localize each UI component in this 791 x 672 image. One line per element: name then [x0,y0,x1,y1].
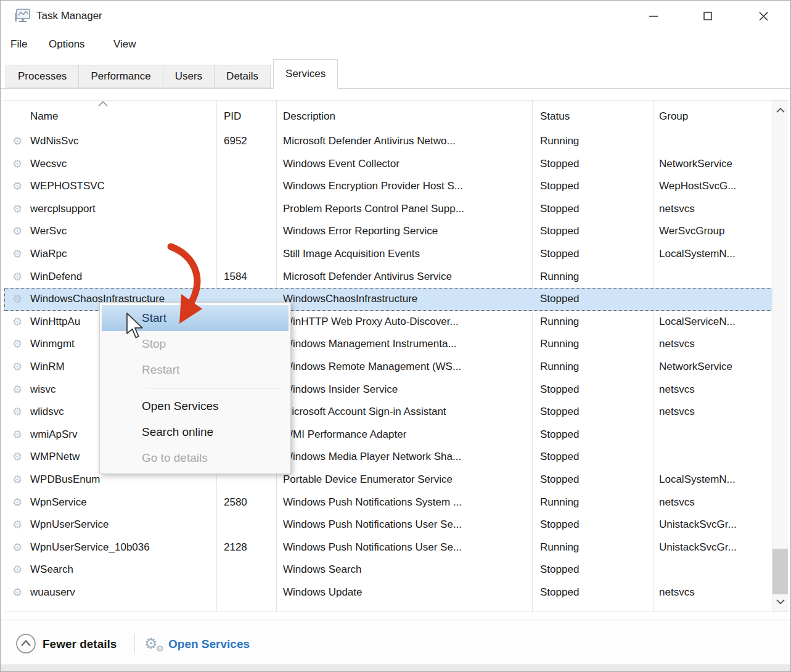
table-row[interactable]: ⚙WEPHOSTSVCWindows Encryption Provider H… [4,175,773,198]
cell-description: Windows Management Instrumenta... [283,333,530,356]
cell-pid [224,198,274,221]
service-gear-icon: ⚙ [12,153,22,176]
vertical-scrollbar[interactable] [772,100,788,612]
cell-status: Running [540,536,651,559]
cell-name: WEPHOSTSVC [30,175,215,198]
context-menu: StartStopRestartOpen ServicesSearch onli… [99,302,291,474]
chevron-up-circle-icon [15,633,36,654]
footer-bar: Fewer details ⚙ ⚙ Open Services [1,620,790,665]
cell-name: WpnUserService_10b036 [30,536,215,559]
column-header-description[interactable]: Description [283,100,335,130]
cell-status: Stopped [540,198,651,221]
column-header-status[interactable]: Status [540,100,570,130]
tab-services[interactable]: Services [273,59,338,89]
maximize-icon [703,12,712,20]
cell-description: Windows Encryption Provider Host S... [283,175,530,198]
service-gear-icon: ⚙ [12,130,22,153]
cell-pid [224,153,274,176]
cell-description: Problem Reports Control Panel Supp... [283,198,530,221]
cell-status: Running [540,491,651,514]
close-button[interactable] [744,1,782,31]
menu-item-go-to-details: Go to details [102,445,289,471]
cell-description: Windows Search [283,559,530,581]
menu-file[interactable]: File [10,38,27,51]
cell-group [659,559,773,581]
minimize-button[interactable] [634,1,673,31]
tab-users[interactable]: Users [163,65,215,88]
table-row[interactable]: ⚙WSearchWindows SearchStopped [4,559,773,581]
minimize-icon [649,15,658,17]
cell-description: WindowsChaosInfrastructure [283,288,530,311]
service-gear-icon: ⚙ [12,198,22,221]
table-row[interactable]: ⚙WpnUserServiceWindows Push Notification… [4,514,773,536]
table-row[interactable]: ⚙WpnUserService_10b0362128Windows Push N… [4,536,773,559]
cell-pid: 1584 [224,266,274,289]
cell-group [659,424,773,446]
cell-group: WerSvcGroup [659,220,773,243]
window-bottom-edge [1,665,790,672]
scroll-up-button[interactable] [773,100,788,120]
maximize-button[interactable] [689,1,727,31]
tab-processes[interactable]: Processes [6,65,79,88]
service-gear-icon: ⚙ [12,469,22,491]
sort-ascending-icon [98,101,108,107]
scroll-down-button[interactable] [773,592,788,612]
service-gear-icon: ⚙ [12,514,22,536]
service-gear-icon: ⚙ [12,288,22,311]
cell-status: Stopped [540,469,651,491]
column-header-pid[interactable]: PID [224,100,241,130]
tab-performance[interactable]: Performance [78,65,163,88]
cell-description: Portable Device Enumerator Service [283,469,530,491]
table-row[interactable]: ⚙WinDefend1584Microsoft Defender Antivir… [4,266,773,289]
table-row[interactable]: ⚙wuauservWindows UpdateStoppednetsvcs [4,581,773,604]
scrollbar-thumb[interactable] [773,549,788,594]
menu-item-search-online[interactable]: Search online [102,419,289,445]
cell-description: WinHTTP Web Proxy Auto-Discover... [283,311,530,334]
menu-item-start[interactable]: Start [102,305,289,331]
service-gear-icon: ⚙ [12,559,22,581]
cell-group: NetworkService [659,153,773,176]
cell-status: Stopped [540,514,651,536]
cell-status: Running [540,130,651,153]
table-row[interactable]: ⚙WiaRpcStill Image Acquisition EventsSto… [4,243,773,266]
service-gear-icon: ⚙ [12,424,22,446]
cell-name: WSearch [30,559,215,581]
cell-status: Running [540,333,651,356]
menu-view[interactable]: View [113,38,136,51]
cell-group: netsvcs [659,333,773,356]
cell-pid [224,514,274,536]
title-bar: Task Manager [1,1,790,31]
cell-group: netsvcs [659,401,773,424]
menu-item-open-services[interactable]: Open Services [102,393,289,419]
cell-group [659,446,773,469]
column-header-name[interactable]: Name [30,100,58,130]
cell-name: WdNisSvc [30,130,215,153]
service-gear-icon: ⚙ [12,581,22,604]
cell-name: wercplsupport [30,198,215,221]
cell-group [659,266,773,289]
table-row[interactable]: ⚙WerSvcWindows Error Reporting ServiceSt… [4,220,773,243]
column-header-group[interactable]: Group [659,100,688,130]
cell-status: Stopped [540,220,651,243]
cell-group: UnistackSvcGr... [659,514,773,536]
table-row[interactable]: ⚙wercplsupportProblem Reports Control Pa… [4,198,773,221]
open-services-link[interactable]: Open Services [168,637,250,651]
cell-group: WepHostSvcG... [659,175,773,198]
scroll-down-icon [776,599,785,604]
cell-pid: 2580 [224,491,274,514]
table-row[interactable]: ⚙WpnService2580Windows Push Notification… [4,491,773,514]
cell-status: Running [540,356,651,379]
fewer-details-button[interactable]: Fewer details [43,637,117,651]
table-row[interactable]: ⚙WecsvcWindows Event CollectorStoppedNet… [4,153,773,176]
tab-details[interactable]: Details [214,65,271,88]
cell-status: Stopped [540,288,651,311]
menu-options[interactable]: Options [49,38,85,51]
service-gear-icon: ⚙ [12,491,22,514]
cell-status: Stopped [540,243,651,266]
cell-status: Stopped [540,153,651,176]
service-gear-icon: ⚙ [12,243,22,266]
window-title: Task Manager [36,10,102,22]
cell-description: Windows Update [283,581,530,604]
table-row[interactable]: ⚙WdNisSvc6952Microsoft Defender Antiviru… [4,130,773,153]
cell-description: Windows Push Notifications System ... [283,491,530,514]
